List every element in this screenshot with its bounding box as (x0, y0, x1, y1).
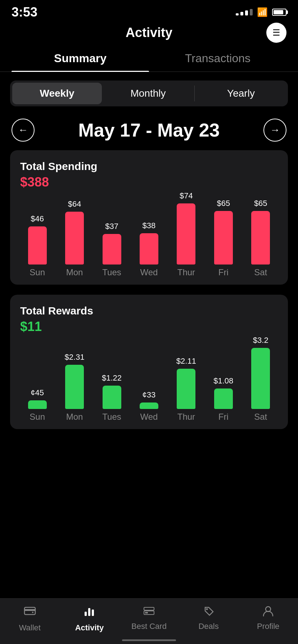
nav-deals[interactable]: Deals (179, 604, 239, 632)
main-tabs: Summary Transactions (0, 47, 298, 72)
bar-wrapper (57, 365, 91, 409)
svg-rect-6 (144, 607, 154, 610)
bar (214, 388, 233, 409)
bar-wrapper (132, 402, 166, 409)
nav-bestcard-label: Best Card (131, 622, 167, 631)
bar (251, 348, 270, 409)
bar-column: $1.22Tues (95, 373, 129, 422)
nav-activity[interactable]: Activity (60, 604, 119, 632)
nav-bestcard[interactable]: Best Card (119, 604, 179, 632)
bar (28, 226, 47, 264)
bar-day-label: Sun (30, 267, 45, 277)
status-icons: 📶 (236, 7, 286, 17)
bar (177, 203, 195, 264)
bar-column: $3.2Sat (244, 336, 278, 422)
spending-card: Total Spending $388 $46Sun$64Mon$37Tues$… (10, 150, 288, 285)
deals-icon (202, 604, 215, 619)
bar-column: $64Mon (57, 199, 91, 277)
profile-icon (262, 604, 275, 619)
bar-wrapper (132, 233, 166, 264)
filter-icon: ☰ (272, 28, 280, 38)
bar-value-label: $74 (180, 191, 193, 201)
bar (103, 234, 121, 264)
activity-icon (83, 604, 96, 620)
bar-value-label: $1.08 (213, 376, 233, 386)
bar (65, 365, 84, 409)
period-divider (194, 86, 195, 101)
bar-value-label: $65 (254, 199, 267, 208)
bar (65, 212, 84, 264)
spending-chart: $46Sun$64Mon$37Tues$38Wed$74Thur$65Fri$6… (20, 198, 278, 277)
bar-column: $65Fri (206, 199, 240, 277)
svg-point-9 (206, 608, 208, 610)
bar-column: $65Sat (244, 199, 278, 277)
bar-day-label: Sun (30, 412, 45, 422)
nav-profile-label: Profile (257, 622, 279, 631)
bar-value-label: $3.2 (253, 336, 268, 345)
signal-icon (236, 9, 253, 15)
nav-profile[interactable]: Profile (238, 604, 298, 632)
bottom-nav: Wallet Activity Best Card (0, 598, 298, 644)
date-navigation: ← May 17 - May 23 → (0, 115, 298, 150)
bar-column: $2.11Thur (169, 356, 203, 422)
nav-wallet[interactable]: Wallet (0, 604, 60, 632)
spending-title: Total Spending (20, 160, 278, 172)
home-indicator (122, 639, 176, 641)
tab-summary[interactable]: Summary (12, 47, 149, 72)
status-time: 3:53 (12, 5, 37, 20)
bar-day-label: Fri (218, 412, 229, 422)
bar-day-label: Wed (140, 267, 158, 277)
bar-day-label: Tues (102, 412, 121, 422)
prev-arrow[interactable]: ← (12, 119, 35, 142)
bar (140, 233, 158, 264)
bar-wrapper (95, 386, 129, 409)
bar (28, 400, 47, 409)
bar-day-label: Sat (254, 267, 267, 277)
bar-value-label: ¢33 (143, 390, 156, 400)
bar-column: ¢33Wed (132, 390, 166, 422)
bar-value-label: $64 (68, 199, 81, 209)
bar-column: $46Sun (20, 214, 54, 277)
rewards-chart: ¢45Sun$2.31Mon$1.22Tues¢33Wed$2.11Thur$1… (20, 343, 278, 422)
bar-wrapper (57, 212, 91, 264)
bar (214, 211, 233, 264)
nav-wallet-label: Wallet (19, 623, 41, 632)
bar-day-label: Mon (66, 267, 83, 277)
bar-value-label: $38 (143, 221, 156, 230)
svg-rect-1 (24, 609, 35, 611)
tab-transactions[interactable]: Transactions (149, 47, 286, 72)
rewards-card: Total Rewards $11 ¢45Sun$2.31Mon$1.22Tue… (10, 295, 288, 429)
bar-day-label: Mon (66, 412, 83, 422)
bar-value-label: $37 (105, 222, 118, 231)
bar-day-label: Thur (177, 412, 195, 422)
bar-wrapper (206, 388, 240, 409)
bar-wrapper (20, 400, 54, 409)
period-yearly[interactable]: Yearly (196, 83, 286, 104)
bar-wrapper (169, 203, 203, 264)
period-weekly[interactable]: Weekly (12, 83, 102, 104)
next-arrow[interactable]: → (263, 119, 286, 142)
header: Activity ☰ (0, 22, 298, 47)
bar-column: $37Tues (95, 222, 129, 277)
bar-day-label: Fri (218, 267, 229, 277)
spending-total: $388 (20, 175, 278, 190)
bar-day-label: Thur (177, 267, 195, 277)
bar-day-label: Tues (102, 267, 121, 277)
status-bar: 3:53 📶 (0, 0, 298, 22)
wallet-icon (23, 604, 36, 620)
date-range: May 17 - May 23 (78, 119, 220, 141)
rewards-title: Total Rewards (20, 305, 278, 317)
period-selector: Weekly Monthly Yearly (10, 80, 288, 106)
filter-button[interactable]: ☰ (266, 23, 286, 43)
wifi-icon: 📶 (257, 7, 268, 17)
svg-point-2 (32, 612, 33, 613)
nav-activity-label: Activity (75, 623, 104, 632)
bar-value-label: $2.31 (65, 353, 85, 362)
svg-rect-3 (85, 612, 87, 616)
period-monthly[interactable]: Monthly (103, 83, 193, 104)
svg-rect-4 (88, 608, 90, 616)
bar-day-label: Wed (140, 412, 158, 422)
battery-icon (272, 9, 286, 16)
svg-rect-5 (92, 610, 94, 616)
bar-value-label: $2.11 (176, 356, 196, 366)
